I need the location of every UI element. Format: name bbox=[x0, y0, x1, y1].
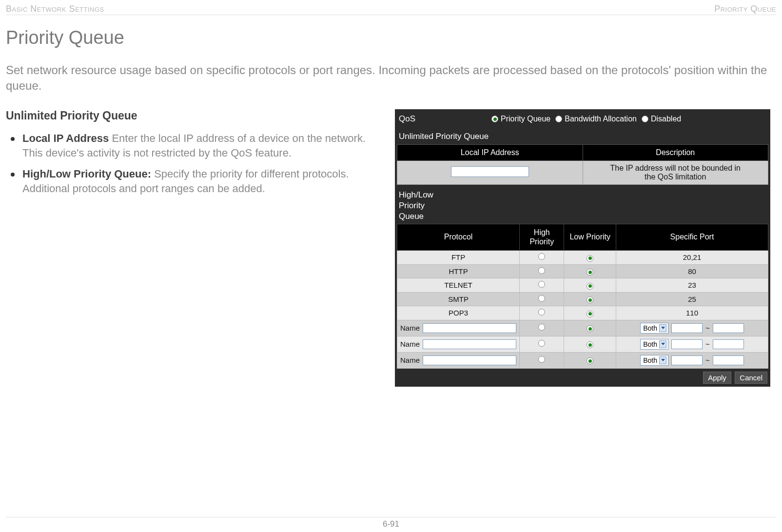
upq-ip-cell bbox=[397, 161, 583, 185]
radio-high-custom-3[interactable] bbox=[538, 356, 545, 363]
list-item-strong: Local IP Address bbox=[22, 132, 109, 144]
radio-high-pop3[interactable] bbox=[538, 309, 545, 315]
list-item: High/Low Priority Queue: Specify the pri… bbox=[22, 167, 381, 196]
port-cell: 23 bbox=[616, 278, 768, 293]
radio-low-ftp[interactable] bbox=[586, 255, 593, 262]
port-to-input[interactable] bbox=[713, 323, 744, 333]
port-cell: 20,21 bbox=[616, 251, 768, 265]
hl-label-line: Queue bbox=[399, 211, 449, 222]
local-ip-input[interactable] bbox=[451, 166, 529, 177]
custom-name-input[interactable] bbox=[423, 355, 516, 365]
port-to-input[interactable] bbox=[713, 355, 744, 365]
page-number: 6-91 bbox=[0, 519, 782, 529]
radio-high-custom-1[interactable] bbox=[538, 324, 545, 331]
tilde-separator: ~ bbox=[705, 340, 710, 348]
qos-option-priority-queue[interactable]: Priority Queue bbox=[491, 115, 550, 123]
radio-low-smtp[interactable] bbox=[586, 296, 593, 303]
table-row: POP3 110 bbox=[397, 306, 768, 320]
radio-low-custom-2[interactable] bbox=[586, 341, 593, 348]
priority-queue-table: Protocol High Priority Low Priority Spec… bbox=[397, 224, 768, 368]
name-label: Name bbox=[400, 356, 420, 364]
upq-desc-cell: The IP address will not be bounded in th… bbox=[583, 161, 768, 185]
radio-low-http[interactable] bbox=[586, 269, 593, 276]
upq-table: Local IP Address Description The IP addr… bbox=[397, 144, 768, 185]
table-row-custom: Name Both ~ bbox=[397, 336, 768, 352]
table-row: TELNET 23 bbox=[397, 278, 768, 293]
pq-header-low: Low Priority bbox=[564, 224, 616, 251]
radio-label: Bandwidth Allocation bbox=[565, 115, 637, 123]
radio-high-http[interactable] bbox=[538, 267, 545, 274]
radio-low-telnet[interactable] bbox=[586, 283, 593, 290]
divider-bottom bbox=[6, 517, 776, 517]
radio-high-smtp[interactable] bbox=[538, 295, 545, 302]
qos-label: QoS bbox=[399, 114, 491, 124]
settings-panel: QoS Priority Queue Bandwidth Allocation … bbox=[395, 109, 770, 387]
chevron-down-icon bbox=[659, 356, 666, 364]
page-title: Priority Queue bbox=[6, 27, 124, 48]
list-item-strong: High/Low Priority Queue: bbox=[22, 168, 151, 180]
port-type-select[interactable]: Both bbox=[640, 355, 668, 366]
port-from-input[interactable] bbox=[671, 339, 703, 349]
select-value: Both bbox=[643, 356, 657, 364]
tilde-separator: ~ bbox=[705, 324, 710, 332]
protocol-cell: TELNET bbox=[397, 278, 520, 293]
port-to-input[interactable] bbox=[713, 339, 744, 349]
tilde-separator: ~ bbox=[705, 356, 710, 364]
pq-header-protocol: Protocol bbox=[397, 224, 520, 251]
name-label: Name bbox=[400, 340, 420, 348]
pq-header-high: High Priority bbox=[520, 224, 564, 251]
radio-icon bbox=[555, 116, 562, 122]
radio-low-custom-1[interactable] bbox=[586, 325, 593, 332]
page-header-left: Basic Network Settings bbox=[6, 4, 104, 14]
port-from-input[interactable] bbox=[671, 323, 703, 333]
qos-radio-group: Priority Queue Bandwidth Allocation Disa… bbox=[491, 115, 681, 123]
radio-high-custom-2[interactable] bbox=[538, 340, 545, 347]
intro-paragraph: Set network resource usage based on spec… bbox=[6, 62, 776, 94]
section-label-hl: High/Low Priority Queue bbox=[397, 185, 450, 224]
radio-low-pop3[interactable] bbox=[586, 311, 593, 317]
hl-label-line: Priority bbox=[399, 200, 449, 211]
apply-button[interactable]: Apply bbox=[703, 372, 731, 384]
protocol-cell: FTP bbox=[397, 251, 520, 265]
radio-label: Disabled bbox=[651, 115, 681, 123]
radio-icon bbox=[491, 116, 498, 122]
radio-label: Priority Queue bbox=[501, 115, 550, 123]
hl-label-line: High/Low bbox=[399, 190, 449, 200]
table-row-custom: Name Both ~ bbox=[397, 320, 768, 336]
custom-name-input[interactable] bbox=[423, 339, 516, 349]
upq-desc-line1: The IP address will not be bounded in bbox=[586, 164, 765, 173]
port-type-select[interactable]: Both bbox=[640, 323, 668, 334]
select-value: Both bbox=[643, 340, 657, 348]
radio-low-custom-3[interactable] bbox=[586, 357, 593, 364]
table-row-custom: Name Both ~ bbox=[397, 352, 768, 368]
upq-header-ip: Local IP Address bbox=[397, 145, 583, 161]
port-type-select[interactable]: Both bbox=[640, 339, 668, 350]
radio-icon bbox=[642, 116, 648, 122]
custom-name-input[interactable] bbox=[423, 323, 516, 333]
left-column: Unlimited Priority Queue Local IP Addres… bbox=[6, 109, 381, 387]
protocol-cell: SMTP bbox=[397, 292, 520, 306]
port-from-input[interactable] bbox=[671, 355, 703, 365]
table-row: HTTP 80 bbox=[397, 264, 768, 278]
port-cell: 25 bbox=[616, 292, 768, 306]
radio-high-telnet[interactable] bbox=[538, 281, 545, 288]
table-row: FTP 20,21 bbox=[397, 251, 768, 265]
name-label: Name bbox=[400, 324, 420, 332]
port-cell: 110 bbox=[616, 306, 768, 320]
page-header-right: Priority Queue bbox=[714, 4, 776, 14]
table-row: SMTP 25 bbox=[397, 292, 768, 306]
pq-header-port: Specific Port bbox=[616, 224, 768, 251]
qos-option-disabled[interactable]: Disabled bbox=[642, 115, 681, 123]
radio-high-ftp[interactable] bbox=[538, 253, 545, 260]
port-cell: 80 bbox=[616, 264, 768, 278]
cancel-button[interactable]: Cancel bbox=[735, 372, 767, 384]
divider-top bbox=[6, 15, 776, 15]
chevron-down-icon bbox=[659, 324, 666, 332]
protocol-cell: HTTP bbox=[397, 264, 520, 278]
protocol-cell: POP3 bbox=[397, 306, 520, 320]
subsection-heading: Unlimited Priority Queue bbox=[6, 109, 381, 122]
list-item: Local IP Address Enter the local IP addr… bbox=[22, 131, 381, 160]
qos-option-bandwidth-allocation[interactable]: Bandwidth Allocation bbox=[555, 115, 637, 123]
select-value: Both bbox=[643, 324, 657, 332]
upq-header-desc: Description bbox=[583, 145, 768, 161]
